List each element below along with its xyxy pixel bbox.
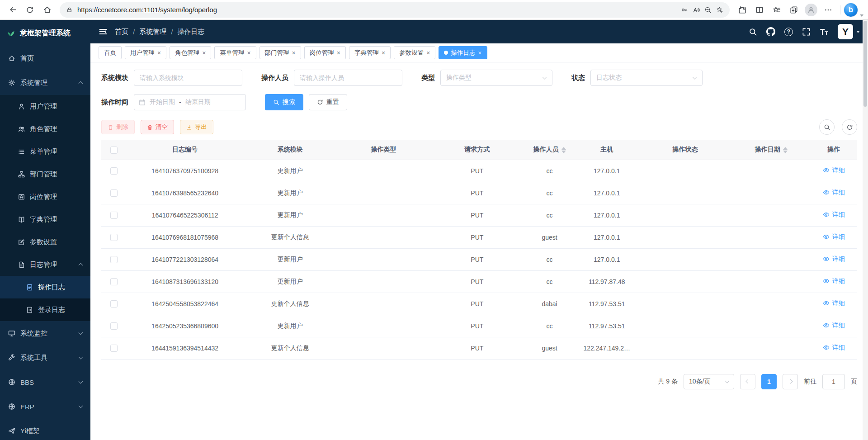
close-icon[interactable]: × xyxy=(202,50,206,56)
refresh-table-button[interactable] xyxy=(842,119,857,135)
github-button[interactable] xyxy=(766,27,775,36)
goto-page-input[interactable] xyxy=(822,374,845,389)
delete-button[interactable]: 删除 xyxy=(101,120,135,134)
row-checkbox[interactable] xyxy=(110,189,118,197)
date-range-picker[interactable]: 开始日期 - 结束日期 xyxy=(134,94,246,110)
sidebar-item-menu[interactable]: 菜单管理 xyxy=(0,140,90,163)
search-button[interactable]: 搜索 xyxy=(265,94,303,110)
tab-param[interactable]: 参数设置× xyxy=(394,46,435,59)
zoom-out-icon[interactable] xyxy=(704,6,712,14)
tab-user[interactable]: 用户管理× xyxy=(125,46,166,59)
row-checkbox[interactable] xyxy=(110,322,118,330)
tab-menu[interactable]: 菜单管理× xyxy=(214,46,256,59)
lock-icon[interactable] xyxy=(66,6,73,13)
home-button[interactable] xyxy=(39,2,55,18)
bing-button[interactable]: b xyxy=(844,3,858,17)
hamburger-button[interactable] xyxy=(99,27,108,36)
row-checkbox[interactable] xyxy=(110,256,118,263)
close-icon[interactable]: × xyxy=(426,50,430,56)
next-page-button[interactable] xyxy=(783,374,798,389)
prev-page-button[interactable] xyxy=(740,374,755,389)
sidebar-item-post[interactable]: 岗位管理 xyxy=(0,185,90,208)
favorites-button[interactable] xyxy=(769,2,785,18)
tab-home[interactable]: 首页 xyxy=(99,46,122,59)
toggle-search-button[interactable] xyxy=(819,119,835,135)
clear-button[interactable]: 清空 xyxy=(141,120,174,134)
sort-icon[interactable] xyxy=(561,147,566,153)
close-icon[interactable]: × xyxy=(382,50,385,56)
close-icon[interactable]: × xyxy=(247,50,250,56)
detail-link[interactable]: 详细 xyxy=(823,277,845,285)
collections-button[interactable] xyxy=(786,2,802,18)
extensions-button[interactable] xyxy=(734,2,750,18)
more-button[interactable] xyxy=(820,2,836,18)
select-all-checkbox[interactable] xyxy=(110,147,118,154)
fullscreen-button[interactable] xyxy=(802,28,811,36)
detail-link[interactable]: 详细 xyxy=(823,211,845,219)
sidebar-item-loginlog[interactable]: 登录日志 xyxy=(0,298,90,321)
close-icon[interactable]: × xyxy=(292,50,296,56)
reset-button[interactable]: 重置 xyxy=(309,94,347,110)
export-button[interactable]: 导出 xyxy=(180,120,213,134)
sidebar-item-user[interactable]: 用户管理 xyxy=(0,95,90,118)
scrollbar-thumb[interactable] xyxy=(863,21,867,107)
close-icon[interactable]: × xyxy=(157,50,161,56)
favorite-star-icon[interactable] xyxy=(716,6,723,14)
row-checkbox[interactable] xyxy=(110,212,118,219)
close-icon[interactable]: × xyxy=(478,50,481,56)
sidebar-item-operlog[interactable]: 操作日志 xyxy=(0,276,90,298)
module-input[interactable] xyxy=(134,70,242,86)
sidebar-item-param[interactable]: 参数设置 xyxy=(0,231,90,253)
sidebar-item-tools[interactable]: 系统工具 xyxy=(0,345,90,370)
detail-link[interactable]: 详细 xyxy=(823,322,845,330)
split-screen-button[interactable] xyxy=(751,2,768,18)
app-logo[interactable]: 意框架管理系统 xyxy=(0,20,90,46)
address-bar[interactable]: https://ccnetcore.com:1101/system/log/op… xyxy=(60,2,730,18)
tab-dict[interactable]: 字典管理× xyxy=(349,46,391,59)
tab-role[interactable]: 角色管理× xyxy=(170,46,211,59)
sidebar-item-bbs[interactable]: BBS xyxy=(0,370,90,394)
tab-post[interactable]: 岗位管理× xyxy=(304,46,346,59)
profile-button[interactable] xyxy=(803,2,819,18)
row-checkbox[interactable] xyxy=(110,167,118,175)
breadcrumb-system[interactable]: 系统管理 xyxy=(139,28,166,36)
page-number-button[interactable]: 1 xyxy=(761,374,777,389)
detail-link[interactable]: 详细 xyxy=(823,344,845,352)
refresh-button[interactable] xyxy=(22,2,38,18)
detail-link[interactable]: 详细 xyxy=(823,189,845,197)
sidebar-item-monitor[interactable]: 系统监控 xyxy=(0,321,90,345)
row-checkbox[interactable] xyxy=(110,300,118,308)
status-select[interactable]: 日志状态 xyxy=(590,70,703,86)
sidebar-item-home[interactable]: 首页 xyxy=(0,46,90,71)
type-select[interactable]: 操作类型 xyxy=(440,70,552,86)
close-icon[interactable]: × xyxy=(337,50,340,56)
breadcrumb-home[interactable]: 首页 xyxy=(115,28,128,36)
operator-input[interactable] xyxy=(294,70,402,86)
tab-operlog[interactable]: 操作日志× xyxy=(439,46,487,59)
font-size-button[interactable] xyxy=(820,27,829,36)
sidebar-item-system[interactable]: 系统管理 xyxy=(0,71,90,95)
sidebar-item-yi[interactable]: Yi框架 xyxy=(0,419,90,440)
key-icon[interactable] xyxy=(681,6,688,14)
tab-dept[interactable]: 部门管理× xyxy=(259,46,301,59)
back-button[interactable] xyxy=(5,2,21,18)
sidebar-item-dict[interactable]: 字典管理 xyxy=(0,208,90,231)
sidebar-item-dept[interactable]: 部门管理 xyxy=(0,163,90,185)
help-button[interactable]: ? xyxy=(784,28,793,36)
search-button[interactable] xyxy=(749,28,757,36)
col-date[interactable]: 操作日期 xyxy=(732,140,811,160)
detail-link[interactable]: 详细 xyxy=(823,255,845,263)
bing-caret-icon[interactable] xyxy=(860,14,863,17)
detail-link[interactable]: 详细 xyxy=(823,233,845,241)
avatar-button[interactable]: Y xyxy=(838,24,860,39)
page-size-select[interactable]: 10条/页 xyxy=(684,374,734,389)
row-checkbox[interactable] xyxy=(110,345,118,352)
col-operator[interactable]: 操作人员 xyxy=(524,140,576,160)
sidebar-item-log[interactable]: 日志管理 xyxy=(0,253,90,276)
detail-link[interactable]: 详细 xyxy=(823,299,845,308)
read-aloud-icon[interactable] xyxy=(693,6,700,14)
vertical-scrollbar[interactable] xyxy=(863,20,868,440)
row-checkbox[interactable] xyxy=(110,234,118,241)
sidebar-item-role[interactable]: 角色管理 xyxy=(0,118,90,140)
sort-icon[interactable] xyxy=(783,147,788,153)
